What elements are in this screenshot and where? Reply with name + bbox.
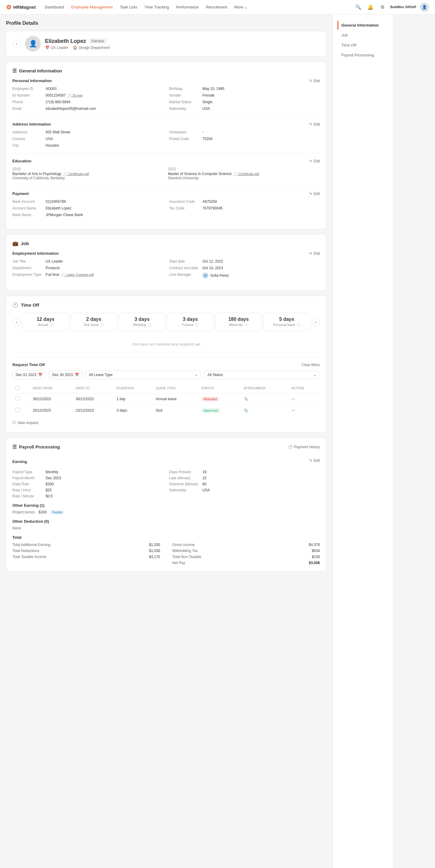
clear-filters-button[interactable]: Clear filters — [301, 363, 320, 367]
personal-field-marital-status: Marital StatusSingle — [169, 100, 320, 104]
address-field-address: Addresss925 Wall Street — [12, 130, 163, 134]
total-taxable-income: Total Taxable Income$3,170 — [12, 555, 160, 559]
general-info-title: General Information — [19, 68, 62, 73]
time-off-empty-message: You have not received any requests yet — [12, 336, 320, 352]
education-edit-button[interactable]: ✎ Edit — [309, 159, 320, 163]
time-off-next-button[interactable]: › — [312, 318, 320, 326]
total-gross-income: Gross Income$4,370 — [172, 542, 320, 547]
settings-icon[interactable]: ⚙ — [378, 3, 387, 11]
nav-task-lists[interactable]: Task Lists — [117, 3, 140, 11]
personal-field-gender: GenderFemale — [169, 93, 320, 97]
date-from-input[interactable]: Dec 01 2023 📅 — [12, 371, 46, 379]
total-additional-earning: Total Additional Earning$1,200 — [12, 542, 160, 547]
table-row: 20/12/2023 23/12/2023 3 days Sick Approv… — [12, 405, 320, 416]
cell-date-from: 20/12/2023 — [30, 405, 72, 416]
cert-file-link-1[interactable]: 📄 Certificate.pdf — [63, 172, 89, 176]
cell-action[interactable]: ⋯ — [289, 405, 320, 416]
address-info-header: Address Information ✎ Edit — [12, 122, 320, 126]
cell-action[interactable]: ⋯ — [289, 393, 320, 405]
sidebar-nav-job[interactable]: Job — [338, 30, 388, 40]
address-field-hometown: Hometown- — [169, 130, 320, 134]
employment-field-job-title: Job TitleUX Leader — [12, 259, 163, 264]
leave-type-select[interactable]: All Leave Type ⌄ — [86, 371, 201, 379]
info-icon: ⓘ — [50, 323, 53, 327]
employment-info-block: Employment Information ✎ Edit Job TitleU… — [12, 251, 320, 279]
job-section: 💼 Job Employment Information ✎ Edit Job … — [6, 234, 326, 291]
company-logo: BuildBloc GROUP — [390, 5, 416, 9]
date-to-input[interactable]: Dec 30 2023 📅 — [49, 371, 83, 379]
attachment-icon[interactable]: 📎 — [244, 408, 248, 412]
address-field-postal-code: Postal Code75204 — [169, 137, 320, 141]
calendar-icon: 📅 — [75, 373, 79, 377]
nav-dashboard[interactable]: Dashboard — [42, 3, 67, 11]
nav-time-tracking[interactable]: Time Tracking — [141, 3, 172, 11]
employment-field-type: Employment TypeFull time 📄 Labor Contrac… — [12, 273, 163, 279]
user-avatar[interactable]: 👤 — [420, 3, 429, 12]
personal-info-edit-button[interactable]: ✎ Edit — [309, 79, 320, 83]
address-info-edit-button[interactable]: ✎ Edit — [309, 122, 320, 126]
sidebar-nav: General Information Job Time Off Payroll… — [338, 21, 388, 60]
sidebar-nav-payroll-processing[interactable]: Payroll Processing — [338, 51, 388, 60]
total-withholding-tax: Withholding Tax$634 — [172, 549, 320, 553]
time-off-prev-button[interactable]: ‹ — [12, 318, 21, 326]
cell-attachment: 📎 — [241, 405, 289, 416]
attachment-icon[interactable]: 📎 — [244, 397, 248, 401]
education-header: Education ✎ Edit — [12, 159, 320, 163]
education-block: Education ✎ Edit 2019 Bachelor of Arts i… — [12, 159, 320, 180]
nav-performance[interactable]: Performance — [173, 3, 202, 11]
nav-recruitment[interactable]: Recruitment — [203, 3, 230, 11]
id-file-link[interactable]: 📄 ID.png — [68, 94, 83, 97]
labor-contract-link[interactable]: 📄 Labor Contract.pdf — [61, 273, 94, 277]
nav-more[interactable]: More ⌄ — [231, 3, 251, 11]
employment-field-start-date: Start dateOct 12, 2022 — [169, 259, 320, 264]
status-select[interactable]: All Status ⌄ — [204, 371, 320, 379]
earning-header: Earning ✎ Edit — [12, 455, 320, 466]
time-off-card-annual: 12 days Annual ⓘ — [22, 313, 69, 331]
cert-file-link-2[interactable]: 📄 Certificate.pdf — [233, 172, 259, 176]
calendar-icon: 📅 — [38, 373, 42, 377]
col-duration: DURATION — [114, 383, 153, 393]
new-request-button[interactable]: ⓘ New request — [12, 419, 320, 427]
row-checkbox[interactable] — [16, 408, 20, 412]
col-leave-type: LEAVE TYPE — [152, 383, 198, 393]
search-icon[interactable]: 🔍 — [354, 3, 362, 11]
personal-field-id-number: ID Number0001234567 📄 ID.png — [12, 93, 163, 97]
personal-info-block: Personal Information ✎ Edit Employee IDA… — [12, 79, 320, 111]
other-earning-title: Other Earning (1) — [12, 503, 320, 508]
taxable-badge: Taxable — [50, 510, 64, 514]
payment-field-bank-account: Bank Account0123456789 — [12, 199, 163, 204]
back-button[interactable]: ‹ — [12, 39, 21, 48]
job-section-header: 💼 Job — [12, 241, 320, 246]
edit-icon: ✎ — [309, 459, 312, 463]
payment-edit-button[interactable]: ✎ Edit — [309, 192, 320, 196]
sidebar-nav-general-information[interactable]: General Information — [338, 21, 388, 30]
payment-field-tax-code: Tax Code7678790045 — [169, 206, 320, 210]
earning-edit-button[interactable]: ✎ Edit — [309, 459, 320, 463]
select-all-checkbox[interactable] — [16, 386, 20, 390]
col-action: ACTION — [289, 383, 320, 393]
payment-history-button[interactable]: 🕐 Payment history — [288, 445, 320, 449]
education-item-2: 2021 Master of Science in Computer Scien… — [168, 167, 320, 180]
logo[interactable]: ⚙ HRMagnet — [6, 4, 36, 11]
profile-name-row: Elizabeth Lopez Full time — [45, 38, 320, 44]
request-header: Request Time Off Clear filters — [12, 363, 320, 367]
row-checkbox[interactable] — [16, 396, 20, 401]
cell-duration: 3 days — [114, 405, 153, 416]
col-date-to: DATE TO — [72, 383, 113, 393]
bell-icon[interactable]: 🔔 — [366, 3, 375, 11]
personal-field-email: Emailelizabethlopez95@hotmail.com — [12, 106, 163, 111]
total-non-taxable: Total Non-Taxable$230 — [172, 555, 320, 559]
time-off-table: DATE FROM DATE TO DURATION LEAVE TYPE ST… — [12, 383, 320, 416]
nav-employee-management[interactable]: Employee Management — [68, 3, 116, 11]
home-icon: 🏠 — [73, 45, 77, 50]
plus-icon: ⓘ — [12, 420, 16, 425]
time-off-section: 🕐 Time Off ‹ 12 days Annual ⓘ 2 days Sic… — [6, 296, 326, 433]
education-title: Education — [12, 159, 31, 163]
nav-right: 🔍 🔔 ⚙ BuildBloc GROUP 👤 — [354, 3, 429, 12]
sidebar-nav-time-off[interactable]: Time Off — [338, 40, 388, 50]
time-off-card-wedding: 3 days Wedding ⓘ — [118, 313, 166, 331]
personal-info-header: Personal Information ✎ Edit — [12, 79, 320, 83]
employment-edit-button[interactable]: ✎ Edit — [309, 251, 320, 256]
payment-block: Payment ✎ Edit Bank Account0123456789 In… — [12, 191, 320, 217]
total-grid: Total Additional Earning$1,200 Total Ded… — [12, 542, 320, 565]
